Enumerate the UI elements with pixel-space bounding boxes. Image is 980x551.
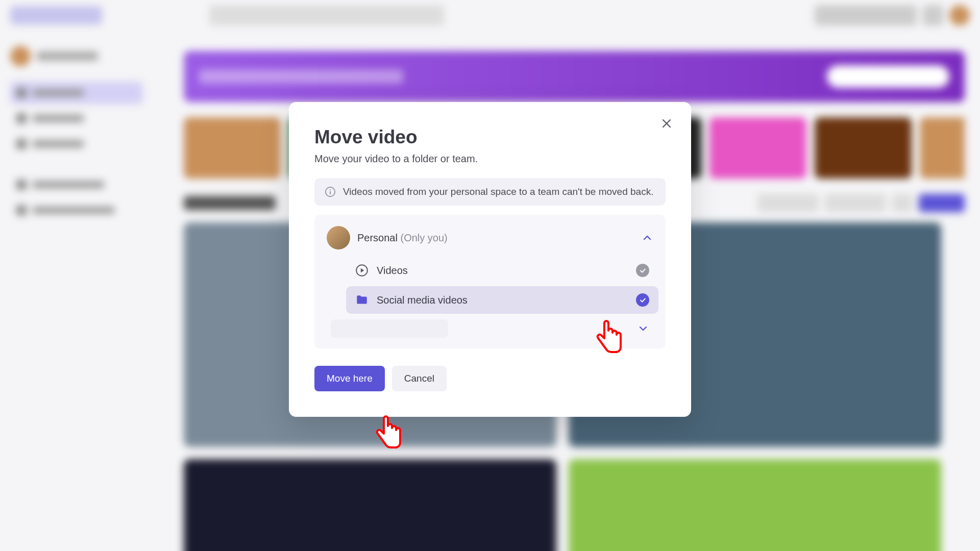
move-here-button[interactable]: Move here bbox=[314, 366, 385, 391]
svg-point-1 bbox=[330, 189, 331, 190]
check-selected-icon bbox=[636, 293, 649, 307]
cancel-button[interactable]: Cancel bbox=[392, 366, 447, 391]
modal-overlay: Move video Move your video to a folder o… bbox=[0, 0, 980, 551]
info-text: Videos moved from your personal space to… bbox=[343, 186, 653, 197]
collapsed-space-row[interactable] bbox=[322, 316, 658, 341]
placeholder-label bbox=[331, 319, 448, 338]
folder-label: Social media videos bbox=[377, 294, 628, 306]
svg-rect-2 bbox=[330, 191, 331, 194]
check-unselected-icon bbox=[636, 264, 649, 277]
dialog-subtitle: Move your video to a folder or team. bbox=[314, 153, 666, 165]
space-name: Personal (Only you) bbox=[357, 232, 448, 244]
avatar bbox=[327, 226, 350, 249]
chevron-up-icon bbox=[641, 232, 653, 244]
folder-list: Videos Social media videos bbox=[322, 255, 658, 314]
folder-label: Videos bbox=[377, 265, 628, 277]
move-video-dialog: Move video Move your video to a folder o… bbox=[289, 102, 691, 417]
close-icon bbox=[659, 116, 674, 131]
folder-icon bbox=[355, 293, 369, 307]
close-button[interactable] bbox=[659, 116, 674, 131]
info-banner: Videos moved from your personal space to… bbox=[314, 178, 666, 206]
info-icon bbox=[325, 186, 336, 197]
space-personal[interactable]: Personal (Only you) bbox=[322, 221, 658, 255]
folder-social-media-videos[interactable]: Social media videos bbox=[346, 286, 658, 314]
space-hint: (Only you) bbox=[401, 232, 448, 243]
dialog-title: Move video bbox=[314, 127, 666, 148]
location-picker: Personal (Only you) Videos bbox=[314, 215, 666, 348]
folder-videos[interactable]: Videos bbox=[346, 257, 658, 284]
chevron-down-icon bbox=[637, 322, 649, 335]
dialog-actions: Move here Cancel bbox=[314, 366, 666, 391]
play-icon bbox=[355, 264, 369, 277]
